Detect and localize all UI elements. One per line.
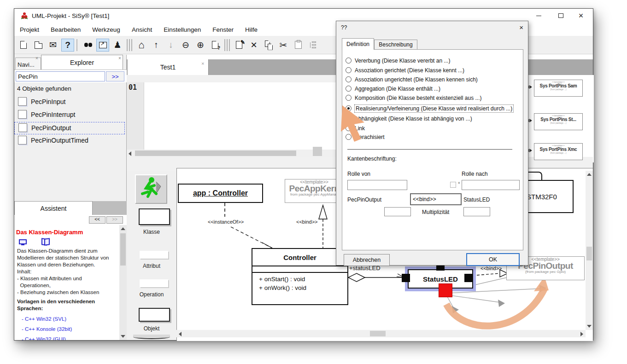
selection-handle-left[interactable] [402,274,410,282]
maximize-button[interactable] [551,9,571,23]
document-help-button[interactable]: ? [209,39,222,52]
radio-aggregation[interactable]: Aggregation (Die Klasse enthält ...) [346,85,440,92]
rolle-nach-input[interactable] [462,180,520,190]
multiplicity-to-input[interactable] [463,207,490,216]
splitter-handle[interactable] [313,147,322,156]
assistent-forward-button[interactable]: >> [106,216,123,224]
assistent-vscrollbar[interactable] [119,225,127,340]
menu-fenster[interactable]: Fenster [212,26,234,33]
scrollbar-thumb[interactable] [135,150,296,156]
scroll-right-icon[interactable] [580,332,583,336]
person-button[interactable]: ♟ [111,39,124,52]
scrollbar-thumb[interactable] [370,331,386,336]
canvas-vscrollbar[interactable] [586,171,593,330]
tab-assistent[interactable]: Assistent [14,201,93,215]
scroll-up-icon[interactable] [121,227,125,230]
node-pecappkern-template[interactable]: <<template>> PecAppKern from package pec… [285,179,344,203]
palette-klasse-shape[interactable] [139,208,170,225]
tab-explorer-close-icon[interactable]: × [118,56,121,61]
node-sys-portpins-st[interactable]: <<template>> Sys PortPins St... (from pa… [534,113,583,130]
scrollbar-thumb[interactable] [586,247,592,260]
palette-attribut-shape[interactable] [140,251,168,259]
home-button[interactable]: ⌂ [135,39,148,52]
scroll-left-icon[interactable] [129,151,131,156]
ok-button[interactable]: OK [466,253,520,266]
radio-vererbung[interactable]: Vererbung (Diese Klasse vererbt an ...) [346,57,450,64]
cancel-button[interactable]: Abbrechen [344,254,390,266]
mail-button[interactable]: ✉ [47,39,59,52]
help-mode-button[interactable]: ? [61,39,74,52]
menu-projekt[interactable]: Projekt [20,26,39,33]
tab-navi-close-icon[interactable]: × [35,56,38,61]
run-button[interactable] [135,174,167,204]
link-cpp-konsole[interactable]: - C++ Konsole (32bit) [22,326,72,332]
selection-handle-red[interactable] [439,283,452,297]
link-cpp-win32-svl[interactable]: - C++ Win32 (SVL) [22,316,66,322]
monitor-icon[interactable] [19,239,27,244]
search-input[interactable] [16,71,105,81]
book-icon[interactable] [41,238,50,244]
palette-objekt-shape[interactable] [139,308,170,322]
menu-einstellungen[interactable]: Einstellungen [164,26,201,33]
node-sys-portpins-xmc[interactable]: <<template>> Sys PortPins Xmc (from pack… [534,143,583,160]
radio-link[interactable]: Link [346,124,365,132]
scroll-up-icon[interactable] [587,173,592,176]
search-go-button[interactable]: >> [106,71,124,81]
cut-button[interactable]: ✂ [277,39,290,52]
scroll-down-icon[interactable] [587,325,592,328]
node-stm32f0-package[interactable]: STM32F0 [522,180,574,213]
selection-handle-right[interactable] [464,274,473,282]
menu-werkzeug[interactable]: Werkzeug [92,26,120,33]
tab-test1-close-icon[interactable]: × [201,61,204,66]
rolle-von-input[interactable] [347,180,407,190]
canvas-hscrollbar[interactable] [176,330,586,337]
tab-test1[interactable]: Test1 [128,59,209,75]
multiplicity-from-input[interactable] [384,207,411,216]
paste-button[interactable] [292,39,305,52]
menu-ansicht[interactable]: Ansicht [132,26,152,33]
structure-tree-button[interactable] [306,39,319,52]
delete-button[interactable]: ✕ [247,39,260,52]
assistent-back-button[interactable]: << [89,216,105,224]
radio-abhaengigkeit[interactable]: Abhängigkeit (Diese Klasse ist abhängig … [346,115,472,122]
new-document-button[interactable] [17,39,30,52]
palette-collapse-handle[interactable] [133,335,170,339]
bind-stereotype-input[interactable] [410,193,462,205]
radio-realisierung[interactable]: Realisierung/Verfeinerung (Diese Klasse … [346,104,513,112]
search-button[interactable] [82,39,94,52]
menu-bearbeiten[interactable]: Bearbeiten [51,26,81,33]
open-folder-button[interactable] [32,39,45,52]
palette-operation-shape[interactable] [140,279,168,287]
zoom-out-button[interactable]: ⊖ [179,39,192,52]
window-layout-button[interactable] [96,39,109,52]
node-sys-portpins-sam[interactable]: <<template>> Sys PortPins Sam (from pack… [534,80,583,97]
list-item-pecpininput[interactable]: PecPinInput [14,96,125,109]
tab-explorer[interactable]: Explorer [41,55,123,69]
tab-definition[interactable]: Definition [342,38,374,50]
zoom-in-button[interactable]: ⊕ [194,39,207,52]
dialog-close-icon[interactable]: × [519,23,523,31]
navigate-down-button[interactable]: ↓ [164,39,177,52]
node-app-controller[interactable]: app : Controller [178,184,263,203]
edit-document-button[interactable]: ✎ [233,39,246,52]
node-controller-class[interactable]: Controller + onStart() : void + onWork()… [252,248,348,305]
copy-button[interactable] [262,39,275,52]
list-item-pecpinoutputtimed[interactable]: PecPinOutputTimed [14,135,125,147]
tab-beschreibung[interactable]: Beschreibung [374,40,417,50]
radio-assoziation-gerichtet[interactable]: Assoziation gerichtet (Diese Klasse kenn… [346,66,464,74]
star-checkbox[interactable] [450,182,456,188]
menu-hilfe[interactable]: Hilfe [245,26,258,33]
editor-hscrollbar[interactable] [127,150,339,157]
radio-assoziation-ungerichtet[interactable]: Assoziation ungerichtet (Die Klassen ken… [346,75,478,83]
scrollbar-thumb[interactable] [120,233,126,266]
close-button[interactable]: × [571,9,591,23]
link-cpp-win32-gui[interactable]: - C++ Win32 (GUI) [22,336,66,340]
radio-hierachisiert[interactable]: hierachisiert [346,133,385,141]
radio-komposition[interactable]: Komposition (Die Klasse besteht existenz… [346,94,481,102]
scroll-left-icon[interactable] [179,332,182,336]
minimize-button[interactable] [528,9,549,23]
list-item-pecpinoutput[interactable]: PecPinOutput [14,122,125,134]
list-item-pecpininterrupt[interactable]: PecPinInterrupt [14,109,125,121]
scroll-down-icon[interactable] [121,335,125,338]
navigate-up-button[interactable]: ↑ [150,39,163,52]
